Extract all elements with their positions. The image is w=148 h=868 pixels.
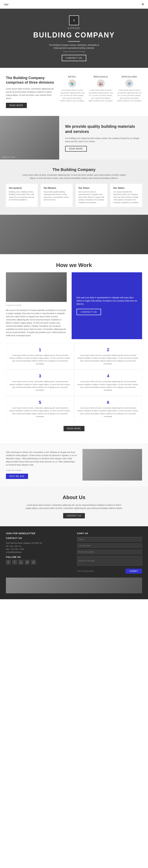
footer-follow: Follow us f t y in p	[6, 556, 71, 564]
footer-hours: Mon – Fri: 8:00 – 20:00	[6, 548, 71, 551]
division-columns: RETAIL 🏪 Lorem ipsum dolor sit amet, con…	[59, 76, 142, 102]
item-number: 1	[9, 347, 71, 352]
item-number: 6	[77, 400, 139, 405]
footer-phone: Tel: +125 - 980 - 01	[6, 545, 71, 548]
form-group-email	[77, 550, 142, 554]
who-section: Velit scelerisque in dictum non consecte…	[0, 443, 148, 487]
info-columns: Our purpose Building Lives, Building Hom…	[6, 184, 142, 207]
footer-email-input[interactable]	[77, 550, 142, 554]
hero-content: S SUPREME BUILDING COMPANY The Building …	[33, 16, 115, 61]
footer-input1[interactable]	[77, 537, 142, 542]
list-item: 1 Lorem ipsum dolor sit amet, consectetu…	[6, 343, 74, 370]
quality-section: Image from Freepik We provide quality bu…	[0, 116, 148, 159]
quality-read-more-button[interactable]: READ MORE	[65, 146, 87, 152]
quality-text: We provide quality building materials an…	[59, 116, 148, 159]
footer: JOIN FOR NEWSLETTER Contact us 2301 Marm…	[0, 526, 148, 599]
specialised-desc: Lorem ipsum dolor sit amet, consectetur …	[116, 89, 142, 102]
purpose-title: Our purpose	[9, 187, 35, 189]
who-image	[83, 449, 142, 480]
who-text: Velit scelerisque in dictum non consecte…	[6, 451, 78, 479]
how-work-image	[6, 272, 67, 302]
division-col-wholesale: WHOLESALE 🏭 Lorem ipsum dolor sit amet, …	[88, 76, 114, 102]
navbar: logo ≡	[0, 0, 148, 9]
divisions-heading: The Building Company comprises of three …	[6, 76, 55, 85]
list-item: 2 Lorem ipsum dolor sit amet, consectetu…	[74, 343, 142, 370]
numbered-read-more-button[interactable]: READ MORE	[63, 426, 85, 431]
numbered-list: 1 Lorem ipsum dolor sit amet, consectetu…	[6, 343, 142, 422]
item-desc: Lorem ipsum dolor sit amet, consectetur …	[77, 380, 139, 392]
vision-title: Our Vision	[79, 187, 105, 189]
linkedin-icon[interactable]: in	[25, 560, 30, 564]
item-desc: Lorem ipsum dolor sit amet, consectetur …	[9, 380, 71, 392]
twitter-icon[interactable]: t	[12, 560, 17, 564]
list-item: 4 Lorem ipsum dolor sit amet, consectetu…	[74, 369, 142, 396]
newsletter-heading: JOIN FOR NEWSLETTER	[6, 532, 71, 534]
retail-desc: Lorem ipsum dolor sit amet, consectetur …	[59, 89, 85, 102]
pinterest-icon[interactable]: p	[31, 560, 36, 564]
mission-title: Our Mission	[43, 187, 69, 189]
how-work-heading: How we Work	[6, 262, 142, 268]
purpose-desc: Building Lives, Building Homes, Building…	[9, 191, 35, 201]
nav-logo: logo	[4, 3, 8, 6]
footer-col-form: CONT US ©2021 Privacy policy SUBMIT	[77, 532, 142, 574]
form-group-message	[77, 556, 142, 566]
read-more-center: READ MORE	[6, 426, 142, 431]
item-number: 5	[9, 400, 71, 405]
info-col-vision: Our Vision Duis aute irure dolor in repr…	[76, 184, 107, 207]
who-cta-button[interactable]: WHO WE ARE	[6, 474, 28, 479]
vision-desc: Duis aute irure dolor in reprehenderit i…	[79, 191, 105, 204]
item-number: 3	[9, 373, 71, 379]
item-desc: Lorem ipsum dolor sit amet, consectetur …	[9, 354, 71, 365]
list-item: 6 Lorem ipsum dolor sit amet, consectetu…	[74, 396, 142, 422]
contact-heading: Contact us	[6, 537, 71, 539]
footer-name-input[interactable]	[77, 543, 142, 548]
list-item: 5 Lorem ipsum dolor sit amet, consectetu…	[6, 396, 74, 422]
wholesale-icon: 🏭	[97, 80, 105, 87]
item-number: 4	[77, 373, 139, 379]
form-group-input1	[77, 537, 142, 542]
item-desc: Lorem ipsum dolor sit amet, consectetur …	[77, 354, 139, 365]
how-work-right: Duis aute irure dolor in reprehenderit i…	[71, 272, 142, 339]
how-work-left-text: We excel in the business of human potent…	[6, 309, 67, 337]
nav-menu-icon[interactable]: ≡	[142, 2, 144, 6]
divisions-read-more-button[interactable]: READ MORE	[6, 103, 27, 108]
about-cta-button[interactable]: CONTACT US	[63, 513, 85, 518]
footer-message-input[interactable]	[77, 556, 142, 566]
footer-col-contact: JOIN FOR NEWSLETTER Contact us 2301 Marm…	[6, 532, 71, 574]
how-work-section: How we Work Image from Freepik We excel …	[0, 254, 148, 443]
follow-heading: Follow us	[6, 556, 71, 558]
specialised-icon: ⚙️	[125, 80, 133, 87]
footer-top: JOIN FOR NEWSLETTER Contact us 2301 Marm…	[6, 532, 142, 574]
how-work-content: Image from Freepik We excel in the busin…	[6, 272, 142, 339]
divisions-right: RETAIL 🏪 Lorem ipsum dolor sit amet, con…	[59, 76, 142, 108]
hero-brand: SUPREME	[33, 27, 115, 29]
building-info-intro: Lorem ipsum dolor sit amet, consectetur …	[20, 174, 128, 180]
retail-title: RETAIL	[59, 76, 85, 78]
submit-button[interactable]: SUBMIT	[125, 569, 142, 574]
info-col-mission: Our Mission We provide quality building …	[41, 184, 72, 207]
mission-desc: We provide quality building materials an…	[43, 191, 69, 201]
quality-heading: We provide quality building materials an…	[65, 124, 142, 134]
values-title: Our Values	[113, 187, 139, 189]
quality-desc: Our buildings are shaped by their unique…	[65, 137, 142, 143]
social-icons: f t y in p	[6, 560, 71, 564]
footer-bottom: ©2021 Privacy policy SUBMIT	[77, 569, 142, 574]
hero-cta-button[interactable]: CONTACT US	[62, 55, 86, 61]
item-desc: Lorem ipsum dolor sit amet, consectetur …	[9, 407, 71, 418]
quality-img-credit: Image from Freepik	[2, 156, 15, 158]
about-heading: About Us	[6, 494, 142, 500]
youtube-icon[interactable]: y	[19, 560, 23, 564]
how-work-img-credit: Image from Freepik	[6, 304, 67, 307]
footer-email: contact@example.p	[6, 551, 71, 554]
item-number: 2	[77, 347, 139, 352]
who-paragraph: Velit scelerisque in dictum non consecte…	[6, 451, 78, 467]
facebook-icon[interactable]: f	[6, 560, 11, 564]
copyright: ©2021 Privacy policy	[77, 570, 93, 572]
hero-description: The Building Company sources, distribute…	[47, 43, 101, 50]
who-img-credit: Image from Freepik	[6, 469, 78, 472]
quality-img-inner: Image from Freepik	[0, 116, 59, 159]
image-divider	[0, 215, 148, 254]
contact-right-heading: CONT US	[77, 532, 142, 534]
how-work-right-text: Duis aute irure dolor in reprehenderit i…	[77, 296, 137, 306]
how-work-cta-button[interactable]: CONTACT US	[77, 309, 101, 315]
